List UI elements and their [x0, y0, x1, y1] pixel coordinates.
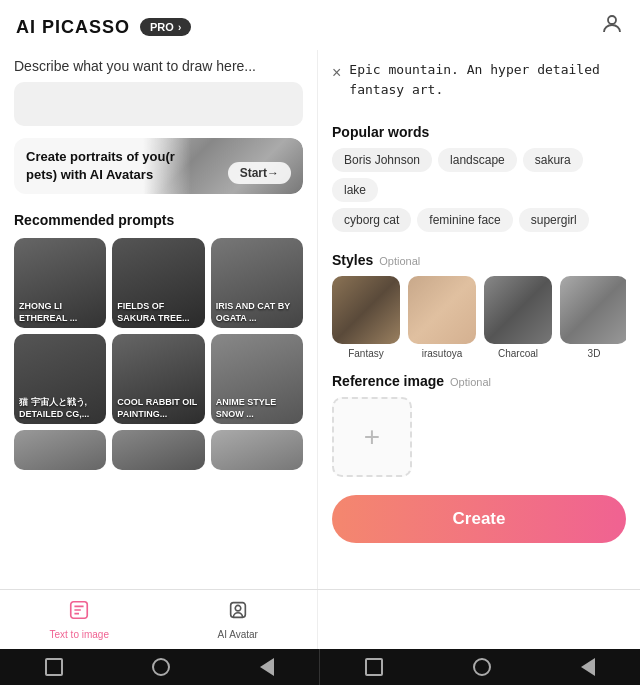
nav-text-to-image[interactable]: Text to image — [0, 590, 159, 649]
pro-chevron: › — [178, 22, 181, 33]
style-3d[interactable]: 3D — [560, 276, 626, 359]
more-prompts-row — [14, 430, 303, 470]
search-area: Describe what you want to draw here... — [0, 50, 317, 138]
prompt-label: IRIS AND CAT BY OGATA ... — [211, 297, 303, 328]
search-input[interactable] — [14, 82, 303, 126]
text-to-image-icon — [68, 599, 90, 626]
close-button[interactable]: × — [332, 60, 341, 82]
tags-row-1: Boris Johnson landscape sakura lake — [332, 148, 626, 202]
app-logo: AI PICASSO — [16, 17, 130, 38]
style-name-charcoal: Charcoal — [498, 348, 538, 359]
android-square-btn[interactable] — [45, 658, 63, 676]
styles-header: Styles Optional — [332, 252, 626, 268]
main-content: Describe what you want to draw here... C… — [0, 50, 640, 589]
android-nav-right — [320, 649, 640, 685]
android-nav-left — [0, 649, 320, 685]
tag-lake[interactable]: lake — [332, 178, 378, 202]
plus-icon: + — [364, 423, 380, 451]
style-fantasy[interactable]: Fantasy — [332, 276, 400, 359]
recommended-section: Recommended prompts ZHONG LI ETHEREAL ..… — [0, 204, 317, 470]
popular-title: Popular words — [332, 124, 626, 140]
prompt-card[interactable]: ZHONG LI ETHEREAL ... — [14, 238, 106, 328]
prompt-label: 猫 宇宙人と戦う, DETAILED CG,... — [14, 393, 106, 424]
svg-point-0 — [608, 16, 616, 24]
style-name-irasutoya: irasutoya — [422, 348, 463, 359]
avatars-text: Create portraits of you(r pets) with AI … — [26, 148, 186, 184]
avatars-banner: Create portraits of you(r pets) with AI … — [14, 138, 303, 194]
tag-sakura[interactable]: sakura — [523, 148, 583, 172]
android-back-btn[interactable] — [260, 658, 274, 676]
bottom-nav: Text to image AI Avatar — [0, 589, 640, 649]
android-circle-btn-r[interactable] — [473, 658, 491, 676]
top-bar: AI PICASSO PRO › — [0, 0, 640, 50]
android-square-btn-r[interactable] — [365, 658, 383, 676]
text-input-row: × Epic mountain. An hyper detailed fanta… — [332, 60, 626, 110]
bottom-nav-left: Text to image AI Avatar — [0, 590, 318, 649]
nav-ai-avatar[interactable]: AI Avatar — [159, 590, 318, 649]
styles-optional: Optional — [379, 255, 420, 267]
tag-supergirl[interactable]: supergirl — [519, 208, 589, 232]
reference-section: Reference image Optional + — [332, 373, 626, 477]
search-label: Describe what you want to draw here... — [14, 58, 303, 74]
styles-row: Fantasy irasutoya Charcoal 3D — [332, 276, 626, 359]
recommended-title: Recommended prompts — [14, 212, 303, 228]
bottom-nav-right — [318, 590, 640, 649]
reference-optional: Optional — [450, 376, 491, 388]
reference-title: Reference image — [332, 373, 444, 389]
style-charcoal[interactable]: Charcoal — [484, 276, 552, 359]
prompt-card[interactable]: FIELDS OF SAKURA TREE... — [112, 238, 204, 328]
prompts-grid: ZHONG LI ETHEREAL ... FIELDS OF SAKURA T… — [14, 238, 303, 424]
create-button[interactable]: Create — [332, 495, 626, 543]
svg-point-3 — [235, 605, 241, 611]
tag-feminine-face[interactable]: feminine face — [417, 208, 512, 232]
add-reference-image-button[interactable]: + — [332, 397, 412, 477]
tag-cyborg-cat[interactable]: cyborg cat — [332, 208, 411, 232]
android-circle-btn[interactable] — [152, 658, 170, 676]
style-name-3d: 3D — [588, 348, 601, 359]
nav-label-ai-avatar: AI Avatar — [218, 629, 258, 640]
prompt-label: COOL RABBIT OIL PAINTING... — [112, 393, 204, 424]
start-button[interactable]: Start→ — [228, 162, 291, 184]
prompt-label: FIELDS OF SAKURA TREE... — [112, 297, 204, 328]
user-avatar-icon[interactable] — [600, 12, 624, 42]
styles-section: Styles Optional Fantasy irasutoya Charco… — [332, 252, 626, 359]
style-thumb-charcoal — [484, 276, 552, 344]
prompt-label: ANIME STYLE SNOW ... — [211, 393, 303, 424]
style-thumb-fantasy — [332, 276, 400, 344]
prompt-card[interactable]: ANIME STYLE SNOW ... — [211, 334, 303, 424]
style-irasutoya[interactable]: irasutoya — [408, 276, 476, 359]
prompt-card[interactable]: IRIS AND CAT BY OGATA ... — [211, 238, 303, 328]
prompt-card-small[interactable] — [14, 430, 106, 470]
reference-header: Reference image Optional — [332, 373, 626, 389]
prompt-card-small[interactable] — [112, 430, 204, 470]
prompt-card[interactable]: COOL RABBIT OIL PAINTING... — [112, 334, 204, 424]
ai-avatar-icon — [227, 599, 249, 626]
android-back-btn-r[interactable] — [581, 658, 595, 676]
left-panel: Describe what you want to draw here... C… — [0, 50, 318, 589]
style-thumb-3d — [560, 276, 626, 344]
prompt-card[interactable]: 猫 宇宙人と戦う, DETAILED CG,... — [14, 334, 106, 424]
pro-badge[interactable]: PRO › — [140, 18, 191, 36]
prompt-card-small[interactable] — [211, 430, 303, 470]
tags-row-2: cyborg cat feminine face supergirl — [332, 208, 626, 232]
prompt-label: ZHONG LI ETHEREAL ... — [14, 297, 106, 328]
right-panel: × Epic mountain. An hyper detailed fanta… — [318, 50, 640, 589]
style-name-fantasy: Fantasy — [348, 348, 384, 359]
popular-section: Popular words Boris Johnson landscape sa… — [332, 124, 626, 238]
android-nav — [0, 649, 640, 685]
tag-boris-johnson[interactable]: Boris Johnson — [332, 148, 432, 172]
prompt-textarea[interactable]: Epic mountain. An hyper detailed fantasy… — [349, 60, 626, 110]
styles-title: Styles — [332, 252, 373, 268]
tag-landscape[interactable]: landscape — [438, 148, 517, 172]
style-thumb-irasutoya — [408, 276, 476, 344]
nav-label-text-to-image: Text to image — [50, 629, 109, 640]
